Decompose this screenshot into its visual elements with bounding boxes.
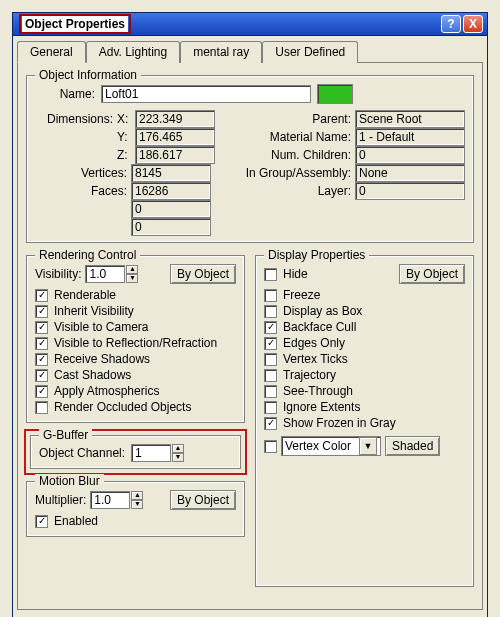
motionblur-enabled-checkbox[interactable]: ✓ Enabled bbox=[35, 514, 236, 528]
spin-down-icon[interactable]: ▼ bbox=[172, 453, 184, 462]
shaded-button[interactable]: Shaded bbox=[385, 436, 440, 456]
group-title-object-info: Object Information bbox=[35, 68, 141, 82]
rendering-check-5[interactable]: ✓Cast Shadows bbox=[35, 368, 236, 382]
rendering-check-label: Render Occluded Objects bbox=[54, 400, 191, 414]
checkbox-icon: ✓ bbox=[264, 417, 277, 430]
display-check-5[interactable]: Vertex Ticks bbox=[264, 352, 465, 366]
display-check-label: Freeze bbox=[283, 288, 320, 302]
rendering-by-object-button[interactable]: By Object bbox=[170, 264, 236, 284]
spin-down-icon[interactable]: ▼ bbox=[126, 274, 138, 283]
rendering-check-7[interactable]: Render Occluded Objects bbox=[35, 400, 236, 414]
rendering-check-6[interactable]: ✓Apply Atmospherics bbox=[35, 384, 236, 398]
display-check-label: Backface Cull bbox=[283, 320, 356, 334]
rendering-check-1[interactable]: ✓Inherit Visibility bbox=[35, 304, 236, 318]
multiplier-input[interactable] bbox=[90, 491, 130, 509]
motionblur-by-object-button[interactable]: By Object bbox=[170, 490, 236, 510]
display-check-9[interactable]: ✓Show Frozen in Gray bbox=[264, 416, 465, 430]
chevron-down-icon: ▼ bbox=[359, 437, 377, 455]
display-check-8[interactable]: Ignore Extents bbox=[264, 400, 465, 414]
visibility-label: Visibility: bbox=[35, 267, 81, 281]
object-color-swatch[interactable] bbox=[317, 84, 353, 104]
help-icon: ? bbox=[447, 17, 454, 31]
checkbox-icon bbox=[264, 289, 277, 302]
spin-up-icon[interactable]: ▲ bbox=[131, 491, 143, 500]
rendering-check-label: Visible to Camera bbox=[54, 320, 149, 334]
rendering-check-4[interactable]: ✓Receive Shadows bbox=[35, 352, 236, 366]
client-area: General Adv. Lighting mental ray User De… bbox=[12, 36, 488, 617]
material-label: Material Name: bbox=[239, 130, 351, 144]
rendering-check-label: Inherit Visibility bbox=[54, 304, 134, 318]
group-label: In Group/Assembly: bbox=[239, 166, 351, 180]
name-input[interactable] bbox=[101, 85, 311, 103]
visibility-spinner[interactable]: ▲▼ bbox=[85, 265, 138, 283]
help-button[interactable]: ? bbox=[441, 15, 461, 33]
object-channel-input[interactable] bbox=[131, 444, 171, 462]
parent-value: Scene Root bbox=[355, 110, 465, 128]
tab-user-defined[interactable]: User Defined bbox=[262, 41, 358, 63]
object-channel-spinner[interactable]: ▲▼ bbox=[131, 444, 184, 462]
group-motion-blur: Motion Blur Multiplier: ▲▼ By Object ✓ E… bbox=[26, 481, 245, 537]
group-gbuffer: G-Buffer Object Channel: ▲▼ bbox=[30, 435, 241, 469]
display-check-2[interactable]: Display as Box bbox=[264, 304, 465, 318]
checkbox-icon: ✓ bbox=[35, 515, 48, 528]
checkbox-icon: ✓ bbox=[264, 321, 277, 334]
material-value: 1 - Default bbox=[355, 128, 465, 146]
dimy-value: 176.465 bbox=[135, 128, 215, 146]
dimensions-label: Dimensions: bbox=[35, 112, 113, 126]
spin-up-icon[interactable]: ▲ bbox=[172, 444, 184, 453]
display-check-1[interactable]: Freeze bbox=[264, 288, 465, 302]
checkbox-icon: ✓ bbox=[35, 337, 48, 350]
checkbox-icon: ✓ bbox=[35, 321, 48, 334]
dimy-label: Y: bbox=[117, 130, 131, 144]
titlebar: Object Properties ? X bbox=[12, 12, 488, 36]
gbuffer-highlight: G-Buffer Object Channel: ▲▼ bbox=[24, 429, 247, 475]
rendering-check-0[interactable]: ✓Renderable bbox=[35, 288, 236, 302]
display-check-7[interactable]: See-Through bbox=[264, 384, 465, 398]
rendering-check-3[interactable]: ✓Visible to Reflection/Refraction bbox=[35, 336, 236, 350]
window-title: Object Properties bbox=[22, 16, 128, 32]
checkbox-icon: ✓ bbox=[35, 353, 48, 366]
tab-mental-ray[interactable]: mental ray bbox=[180, 41, 262, 63]
display-check-3[interactable]: ✓Backface Cull bbox=[264, 320, 465, 334]
motionblur-enabled-label: Enabled bbox=[54, 514, 98, 528]
checkbox-icon: ✓ bbox=[35, 385, 48, 398]
rendering-check-label: Receive Shadows bbox=[54, 352, 150, 366]
group-object-information: Object Information Name: Dimensions: X: … bbox=[26, 75, 474, 243]
extra2-value: 0 bbox=[131, 218, 211, 236]
tab-userdefined-label: User Defined bbox=[275, 45, 345, 59]
checkbox-icon: ✓ bbox=[35, 369, 48, 382]
checkbox-icon bbox=[264, 385, 277, 398]
dimx-label: X: bbox=[117, 112, 131, 126]
rendering-check-label: Cast Shadows bbox=[54, 368, 131, 382]
spin-up-icon[interactable]: ▲ bbox=[126, 265, 138, 274]
vertex-color-selected: Vertex Color bbox=[285, 439, 351, 453]
display-check-6[interactable]: Trajectory bbox=[264, 368, 465, 382]
dimx-value: 223.349 bbox=[135, 110, 215, 128]
vertex-color-checkbox[interactable] bbox=[264, 440, 277, 453]
display-by-object-label: By Object bbox=[406, 267, 458, 281]
checkbox-icon: ✓ bbox=[35, 289, 48, 302]
tab-general-label: General bbox=[30, 45, 73, 59]
spin-down-icon[interactable]: ▼ bbox=[131, 500, 143, 509]
rendering-check-label: Apply Atmospherics bbox=[54, 384, 159, 398]
close-button[interactable]: X bbox=[463, 15, 483, 33]
vertex-color-select[interactable]: Vertex Color ▼ bbox=[281, 436, 381, 456]
tab-general[interactable]: General bbox=[17, 41, 86, 63]
multiplier-spinner[interactable]: ▲▼ bbox=[90, 491, 143, 509]
tab-mentalray-label: mental ray bbox=[193, 45, 249, 59]
checkbox-icon: ✓ bbox=[264, 337, 277, 350]
display-hide-checkbox[interactable]: Hide bbox=[264, 267, 399, 281]
tab-adv-lighting[interactable]: Adv. Lighting bbox=[86, 41, 181, 63]
vertices-value: 8145 bbox=[131, 164, 211, 182]
display-check-label: Display as Box bbox=[283, 304, 362, 318]
checkbox-icon bbox=[264, 353, 277, 366]
display-by-object-button[interactable]: By Object bbox=[399, 264, 465, 284]
group-title-rendering: Rendering Control bbox=[35, 248, 140, 262]
group-rendering-control: Rendering Control Visibility: ▲▼ By Obje… bbox=[26, 255, 245, 423]
display-check-label: Show Frozen in Gray bbox=[283, 416, 396, 430]
checkbox-icon bbox=[264, 440, 277, 453]
display-check-4[interactable]: ✓Edges Only bbox=[264, 336, 465, 350]
visibility-input[interactable] bbox=[85, 265, 125, 283]
rendering-check-2[interactable]: ✓Visible to Camera bbox=[35, 320, 236, 334]
group-title-motionblur: Motion Blur bbox=[35, 474, 104, 488]
